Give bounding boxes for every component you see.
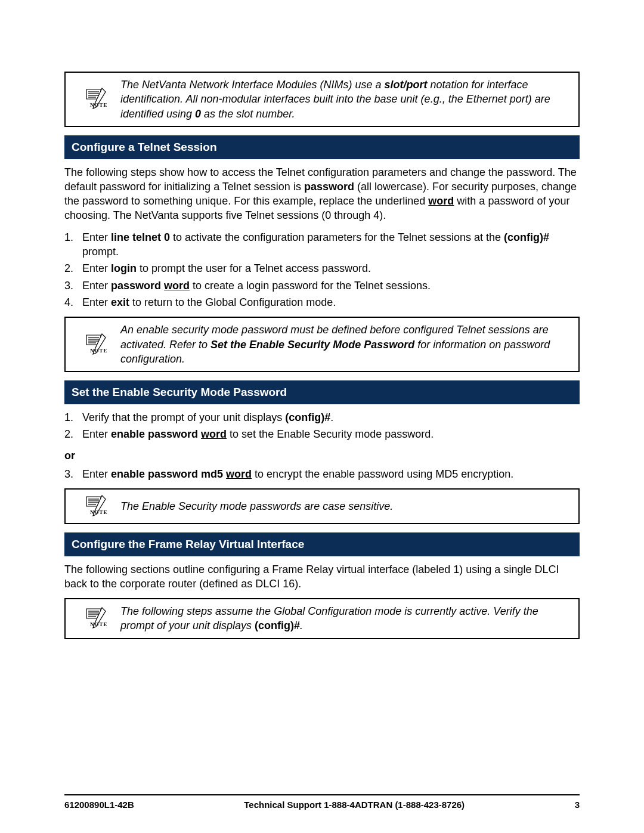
note-icon: NOTE	[72, 606, 120, 630]
footer-pagenum: 3	[575, 799, 580, 811]
note-text: The Enable Security mode passwords are c…	[120, 499, 570, 513]
note-text: The NetVanta Network Interface Modules (…	[120, 78, 570, 121]
note-icon: NOTE	[72, 333, 120, 357]
note-box-case-sensitive: NOTE The Enable Security mode passwords …	[64, 488, 580, 524]
footer-support: Technical Support 1-888-4ADTRAN (1-888-4…	[244, 799, 465, 811]
enable-steps-b: 3.Enter enable password md5 word to encr…	[64, 467, 580, 481]
or-separator: or	[64, 448, 580, 463]
note-text: An enable security mode password must be…	[120, 323, 570, 366]
note-box-global-config: NOTE The following steps assume the Glob…	[64, 598, 580, 639]
section-heading-telnet: Configure a Telnet Session	[64, 135, 580, 159]
section-heading-frame-relay: Configure the Frame Relay Virtual Interf…	[64, 532, 580, 556]
section-heading-enable-password: Set the Enable Security Mode Password	[64, 380, 580, 404]
page-footer: 61200890L1-42B Technical Support 1-888-4…	[64, 794, 580, 811]
note-icon: NOTE	[72, 494, 120, 518]
note-box-enable-required: NOTE An enable security mode password mu…	[64, 317, 580, 372]
svg-text:NOTE: NOTE	[90, 621, 108, 627]
svg-text:NOTE: NOTE	[90, 102, 108, 108]
svg-text:NOTE: NOTE	[90, 509, 108, 515]
footer-docnum: 61200890L1-42B	[64, 799, 134, 811]
note-icon: NOTE	[72, 87, 120, 111]
note-box-slotport: NOTE The NetVanta Network Interface Modu…	[64, 72, 580, 127]
frame-relay-intro: The following sections outline configuri…	[64, 562, 580, 592]
svg-text:NOTE: NOTE	[90, 348, 108, 354]
note-text: The following steps assume the Global Co…	[120, 604, 570, 633]
telnet-intro: The following steps show how to access t…	[64, 165, 580, 223]
telnet-steps: 1.Enter line telnet 0 to activate the co…	[64, 230, 580, 309]
enable-steps-a: 1.Verify that the prompt of your unit di…	[64, 410, 580, 442]
document-page: NOTE The NetVanta Network Interface Modu…	[0, 0, 644, 833]
